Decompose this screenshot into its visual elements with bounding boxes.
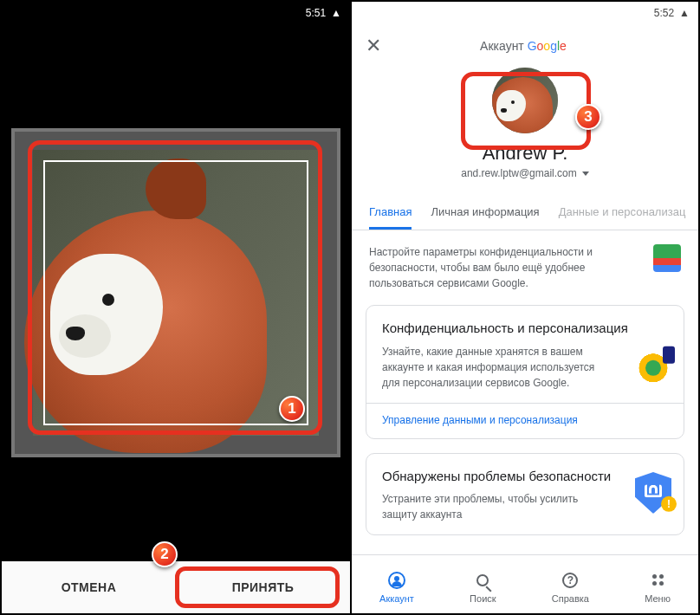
user-email: and.rew.lptw@gmail.com bbox=[461, 167, 577, 179]
annotation-badge-2: 2 bbox=[152, 541, 178, 567]
nav-help[interactable]: ? Справка bbox=[552, 571, 589, 604]
signal-icon: ▲ bbox=[331, 7, 341, 19]
security-issues-card[interactable]: Обнаружены проблемы безопасности Устрани… bbox=[366, 453, 684, 536]
nav-search[interactable]: Поиск bbox=[470, 571, 496, 604]
nav-account[interactable]: Аккаунт bbox=[379, 571, 414, 604]
nav-label: Поиск bbox=[470, 593, 496, 604]
help-icon: ? bbox=[561, 571, 580, 590]
privacy-card[interactable]: Конфиденциальность и персонализация Узна… bbox=[366, 305, 684, 439]
manage-data-link[interactable]: Управление данными и персонализация bbox=[366, 403, 684, 426]
nav-label: Справка bbox=[552, 593, 589, 604]
user-email-dropdown[interactable]: and.rew.lptw@gmail.com bbox=[461, 167, 589, 179]
menu-icon bbox=[648, 571, 667, 590]
alert-badge-icon: ! bbox=[661, 496, 677, 512]
chevron-down-icon bbox=[582, 172, 589, 176]
annotation-badge-1: 1 bbox=[279, 396, 305, 422]
nav-menu[interactable]: Меню bbox=[645, 571, 671, 604]
search-icon bbox=[473, 571, 492, 590]
crop-screen: 5:51 ▲ ОТМЕНА ПРИНЯТЬ 1 2 bbox=[0, 0, 350, 615]
card-title: Конфиденциальность и персонализация bbox=[382, 320, 668, 337]
header-title: Аккаунт Google bbox=[381, 39, 665, 53]
account-icon bbox=[387, 571, 406, 590]
card-desc: Устраните эти проблемы, чтобы усилить за… bbox=[382, 491, 607, 522]
intro-text: Настройте параметры конфиденциальности и… bbox=[352, 230, 698, 305]
status-bar-left: 5:51 ▲ bbox=[2, 2, 350, 24]
privacy-icon bbox=[635, 350, 671, 386]
status-time: 5:52 bbox=[654, 7, 674, 19]
annotation-highlight-crop bbox=[28, 140, 322, 435]
annotation-badge-3: 3 bbox=[575, 104, 601, 130]
nav-label: Аккаунт bbox=[379, 593, 414, 604]
account-screen: 5:52 ▲ ✕ Аккаунт Google Andrew P. and.re… bbox=[350, 0, 700, 615]
status-bar-right: 5:52 ▲ bbox=[352, 2, 698, 24]
card-title: Обнаружены проблемы безопасности bbox=[382, 468, 668, 485]
nav-label: Меню bbox=[645, 593, 671, 604]
tab-data-personalization[interactable]: Данные и персонализац bbox=[559, 197, 686, 230]
close-icon[interactable]: ✕ bbox=[366, 35, 381, 57]
status-time: 5:51 bbox=[306, 7, 326, 19]
account-content: ✕ Аккаунт Google Andrew P. and.rew.lptw@… bbox=[352, 24, 698, 554]
cancel-button[interactable]: ОТМЕНА bbox=[2, 561, 176, 613]
account-tabs: Главная Личная информация Данные и персо… bbox=[352, 197, 698, 230]
tab-personal-info[interactable]: Личная информация bbox=[431, 197, 539, 230]
account-header: ✕ Аккаунт Google bbox=[352, 24, 698, 61]
annotation-highlight-avatar bbox=[461, 72, 591, 150]
tab-home[interactable]: Главная bbox=[369, 197, 412, 230]
intro-illustration-icon bbox=[653, 244, 681, 272]
card-desc: Узнайте, какие данные хранятся в вашем а… bbox=[382, 344, 607, 391]
annotation-highlight-accept bbox=[175, 566, 340, 608]
signal-icon: ▲ bbox=[679, 7, 690, 19]
bottom-nav: Аккаунт Поиск ? Справка Меню bbox=[352, 554, 698, 613]
shield-icon: ! bbox=[635, 472, 671, 508]
